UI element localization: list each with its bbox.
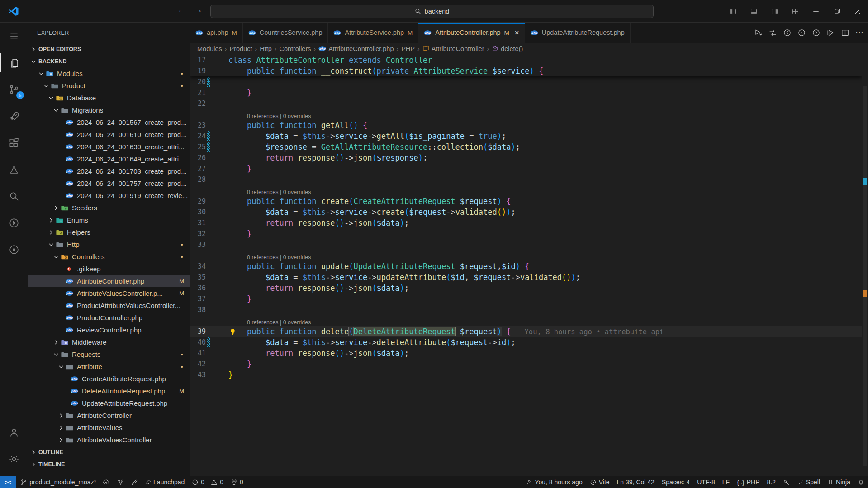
status-indentation[interactable]: Spaces: 4	[658, 476, 693, 488]
activitybar-manage[interactable]	[0, 445, 28, 472]
breadcrumb-item-http[interactable]: Http	[260, 45, 272, 52]
tree-item-2024-06-24-001630-create-attri-[interactable]: php2024_06_24_001630_create_attri...	[28, 141, 190, 153]
activitybar-run-and-debug[interactable]	[0, 209, 28, 236]
tree-item-attributecontroller[interactable]: AttributeController	[28, 409, 190, 422]
tree-item-2024-06-24-001703-create-prod-[interactable]: php2024_06_24_001703_create_prod...	[28, 165, 190, 177]
workspace-root-section[interactable]: BACKEND	[28, 55, 190, 67]
breadcrumb-item-attributecontroller-php[interactable]: phpAttributeController.php	[318, 45, 394, 52]
tree-item-middleware[interactable]: Middleware	[28, 336, 190, 348]
status-ports[interactable]: 0	[227, 476, 247, 488]
tree-item-requests[interactable]: Requests●	[28, 348, 190, 360]
activitybar-search[interactable]	[0, 183, 28, 209]
more-actions-button[interactable]: ⋯	[855, 28, 863, 38]
tree-item-database[interactable]: Database	[28, 92, 190, 104]
restore-button[interactable]	[826, 0, 847, 23]
close-button[interactable]	[847, 0, 868, 23]
close-icon[interactable]: ×	[515, 29, 519, 37]
activitybar-source-control[interactable]: 5	[0, 76, 28, 103]
tree-item-enums[interactable]: Enums	[28, 214, 190, 226]
breadcrumb-item-product[interactable]: Product	[229, 45, 252, 52]
status-encoding[interactable]: UTF-8	[693, 476, 719, 488]
tree-item-createattributerequest-php[interactable]: phpCreateAttributeRequest.php	[28, 373, 190, 385]
tab-updateattributerequest-php[interactable]: phpUpdateAttributeRequest.php	[525, 23, 631, 43]
tree-item-productcontroller-php[interactable]: phpProductController.php	[28, 312, 190, 324]
status-launchpad[interactable]: Launchpad	[128, 476, 188, 488]
nav-back-button[interactable]: ←	[177, 5, 186, 15]
activitybar-testing[interactable]	[0, 156, 28, 183]
toggle-secondary-sidebar-button[interactable]	[764, 0, 785, 23]
status-cursor-position[interactable]: Ln 39, Col 42	[613, 476, 658, 488]
timeline-section[interactable]: TIMELINE	[28, 458, 190, 470]
activitybar-extensions[interactable]	[0, 129, 28, 156]
codelens[interactable]: 0 references | 0 overrides	[190, 185, 862, 196]
tree-item-2024-06-24-001919-create-revie-[interactable]: php2024_06_24_001919_create_revie...	[28, 190, 190, 202]
activitybar-menu[interactable]	[0, 23, 28, 49]
tree-item-attributevalues[interactable]: AttributeValues	[28, 422, 190, 434]
toggle-primary-sidebar-button[interactable]	[722, 0, 743, 23]
tree-item-modules[interactable]: Modules●	[28, 67, 190, 80]
tab-countriesservice-php[interactable]: phpCountriesService.php	[243, 23, 328, 43]
minimize-button[interactable]	[806, 0, 826, 23]
tree-item-attributevaluescontroller-p-[interactable]: phpAttributeValuesController.p...M	[28, 287, 190, 299]
status-notifications[interactable]	[854, 476, 868, 488]
tree-item-reviewcontroller-php[interactable]: phpReviewController.php	[28, 324, 190, 336]
status-license-key[interactable]	[779, 476, 793, 488]
explorer-more-actions[interactable]: ⋯	[175, 28, 182, 37]
status-blame-author[interactable]: You, 8 hours ago	[522, 476, 586, 488]
tree-item-attribute[interactable]: Attribute●	[28, 360, 190, 373]
command-center-search[interactable]: backend	[210, 5, 654, 18]
activitybar-accounts[interactable]	[0, 419, 28, 445]
status-vite[interactable]: Vite	[586, 476, 613, 488]
codelens[interactable]: 0 references | 0 overrides	[190, 109, 862, 120]
status-problems[interactable]: 00	[188, 476, 227, 488]
open-editors-section[interactable]: OPEN EDITORS	[28, 43, 190, 55]
tree-item-2024-06-24-001610-create-prod-[interactable]: php2024_06_24_001610_create_prod...	[28, 128, 190, 141]
activitybar-launchpad[interactable]	[0, 103, 28, 129]
open-changes-button[interactable]	[797, 28, 806, 37]
tree-item-helpers[interactable]: Helpers	[28, 226, 190, 238]
status-remote-indicator[interactable]: ><	[0, 476, 16, 488]
outline-section[interactable]: OUTLINE	[28, 446, 190, 458]
tree-item-2024-06-24-001567-create-prod-[interactable]: php2024_06_24_001567_create_prod...	[28, 116, 190, 128]
status-php-version[interactable]: 8.2	[763, 476, 779, 488]
breadcrumb-item-attributecontroller[interactable]: AttributeController	[422, 45, 484, 52]
tree-item-http[interactable]: Http●	[28, 238, 190, 251]
activitybar-inspect[interactable]	[0, 236, 28, 263]
tree-item-productattributevaluescontroller-[interactable]: phpProductAttributeValuesController...	[28, 299, 190, 312]
tree-item-2024-06-24-001757-create-prod-[interactable]: php2024_06_24_001757_create_prod...	[28, 177, 190, 190]
status-git-branch[interactable]: product_module_moaz*	[17, 476, 114, 488]
breadcrumb-item-modules[interactable]: Modules	[197, 45, 222, 52]
tree-item-attributevaluescontroller[interactable]: AttributeValuesController	[28, 434, 190, 446]
tab-attributecontroller-php[interactable]: phpAttributeController.phpM×	[418, 23, 525, 43]
breadcrumb-item-delete-[interactable]: delete()	[492, 45, 523, 52]
run-file-button[interactable]	[826, 28, 835, 37]
tree-item-2024-06-24-001649-create-attri-[interactable]: php2024_06_24_001649_create_attri...	[28, 153, 190, 165]
code-editor[interactable]: 2021 }220 references | 0 overrides23 pub…	[190, 55, 862, 476]
previous-change-button[interactable]	[783, 28, 792, 37]
tree-item-controllers[interactable]: Controllers●	[28, 251, 190, 263]
run-php-button[interactable]	[754, 28, 763, 37]
status-commit-graph[interactable]	[114, 476, 128, 488]
tree-item-migrations[interactable]: Migrations	[28, 104, 190, 116]
tab-attributeservice-php[interactable]: phpAttributeService.phpM	[328, 23, 418, 43]
next-change-button[interactable]	[812, 28, 821, 37]
toggle-panel-button[interactable]	[743, 0, 764, 23]
compare-changes-button[interactable]	[768, 28, 777, 37]
status-eol[interactable]: LF	[719, 476, 733, 488]
scrollbar-slider[interactable]	[863, 86, 867, 466]
codelens[interactable]: 0 references | 0 overrides	[190, 250, 862, 261]
status-spell-checker[interactable]: Spell	[793, 476, 824, 488]
tree-item-product[interactable]: Product●	[28, 80, 190, 92]
tree-item-attributecontroller-php[interactable]: phpAttributeController.phpM	[28, 275, 190, 287]
customize-layout-button[interactable]	[785, 0, 806, 23]
codelens[interactable]: 0 references | 0 overrides	[190, 315, 862, 326]
breadcrumb-item-controllers[interactable]: Controllers	[279, 45, 311, 52]
tree-item--gitkeep[interactable]: .gitkeep	[28, 263, 190, 275]
status-ninja[interactable]: Ninja	[824, 476, 854, 488]
activitybar-explorer[interactable]	[0, 49, 28, 76]
tree-item-seeders[interactable]: Seeders	[28, 202, 190, 214]
nav-forward-button[interactable]: →	[194, 5, 203, 15]
tree-item-deleteattributerequest-php[interactable]: phpDeleteAttributeRequest.phpM	[28, 385, 190, 397]
breadcrumb-item-php[interactable]: PHP	[401, 45, 415, 52]
status-language-mode[interactable]: {..}PHP	[733, 476, 763, 488]
